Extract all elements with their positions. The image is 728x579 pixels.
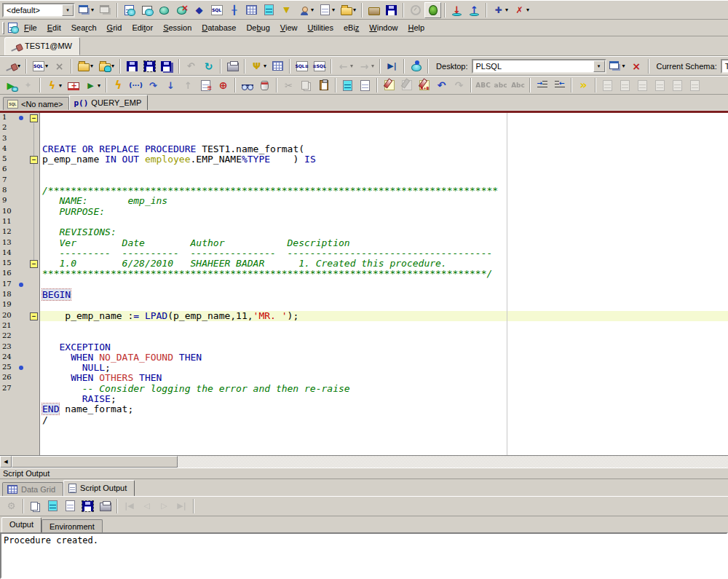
delete-desktop-icon[interactable]: × <box>628 58 645 74</box>
gutter-line-7[interactable]: 7 <box>0 176 39 186</box>
editor-tab-noname[interactable]: SQL<No name> <box>3 97 69 110</box>
executable-line-marker[interactable] <box>19 366 23 370</box>
output-pane[interactable]: Procedure created. <box>0 532 728 579</box>
change-connection-icon[interactable]: ▾ <box>2 58 23 74</box>
indent-icon[interactable] <box>534 77 550 93</box>
load-from-db-icon[interactable]: ▾ <box>96 58 116 74</box>
check-out-icon[interactable]: ↑ <box>466 2 483 18</box>
debugger-icon[interactable] <box>424 2 441 18</box>
gutter-line-4[interactable]: 4 <box>0 144 39 154</box>
set-parameters-icon[interactable]: (···) <box>127 77 144 93</box>
save-all-icon[interactable] <box>159 58 175 74</box>
gutter-line-22[interactable]: 22 <box>0 331 39 342</box>
gutter-line-13[interactable]: 13 <box>0 238 39 248</box>
describe-objects-icon[interactable] <box>261 2 277 18</box>
outdent-icon[interactable] <box>551 77 568 93</box>
scrollbar-thumb[interactable] <box>12 456 178 468</box>
executable-line-marker[interactable] <box>19 283 23 287</box>
next-bookmark-icon[interactable]: » <box>575 77 592 93</box>
code-area[interactable]: CREATE OR REPLACE PROCEDURE TEST1.name_f… <box>40 113 728 455</box>
desktop-combo-dropdown-button[interactable]: ▾ <box>593 60 605 72</box>
user-browser-icon[interactable]: ▾ <box>296 2 316 18</box>
new-connection-icon[interactable] <box>156 2 173 18</box>
menu-utilities[interactable]: Utilities <box>302 21 338 34</box>
print-icon[interactable] <box>224 58 241 74</box>
gutter-line-1[interactable]: 1− <box>0 113 39 123</box>
connection-tab[interactable]: TEST1@MW <box>4 37 80 55</box>
editor-tab-queryemp[interactable]: p()QUERY_EMP <box>69 95 148 110</box>
sql-monitor-icon[interactable]: SQL <box>208 2 225 18</box>
editor-to-sql-icon[interactable]: ≡SQL <box>311 58 328 74</box>
menu-window[interactable]: Window <box>364 21 403 34</box>
menu-file[interactable]: File <box>19 21 42 34</box>
watches-icon[interactable] <box>239 77 256 93</box>
save-desktop-icon[interactable]: ▾ <box>607 58 628 74</box>
desktop-windows-icon[interactable]: ▾ <box>76 2 96 18</box>
window-bar-combo-dropdown-button[interactable]: ▾ <box>62 4 74 16</box>
gutter-line-18[interactable]: 18 <box>0 290 39 300</box>
gutter-line-12[interactable]: 12 <box>0 227 39 237</box>
gutter-line-27[interactable]: 27 <box>0 384 39 394</box>
script-manager-icon[interactable]: ▾ <box>317 2 337 18</box>
check-in-icon[interactable]: ↓ <box>448 2 465 18</box>
result-tab-script-output[interactable]: Script Output <box>63 480 135 496</box>
end-connection-icon[interactable] <box>173 2 190 18</box>
menu-editor[interactable]: Editor <box>127 21 158 34</box>
schema-combo[interactable]: TEST1▾ <box>721 59 728 74</box>
app-designer-icon[interactable] <box>365 2 382 18</box>
clear-output-icon[interactable] <box>62 498 79 514</box>
fold-toggle[interactable]: − <box>30 156 38 164</box>
menu-debug[interactable]: Debug <box>241 21 274 34</box>
script-output-header[interactable]: Script Output <box>0 468 728 479</box>
add-watch-icon[interactable]: ⊕ <box>215 77 232 93</box>
print-output-icon[interactable] <box>97 498 114 514</box>
swap-highlight-icon[interactable] <box>416 77 432 93</box>
gutter-line-6[interactable]: 6 <box>0 165 39 175</box>
project-manager-icon[interactable]: ▾ <box>338 2 358 18</box>
fold-toggle[interactable]: − <box>30 312 38 320</box>
menu-edit[interactable]: Edit <box>42 21 66 34</box>
undo-icon[interactable]: ↶ <box>433 77 450 93</box>
gutter-line-8[interactable]: 8 <box>0 186 39 196</box>
fold-toggle[interactable]: − <box>30 114 38 122</box>
filter-icon[interactable]: ▼ <box>278 2 295 18</box>
editor-gutter[interactable]: 1−2345−6789101112131415−1617181920−21222… <box>0 113 40 455</box>
menu-view[interactable]: View <box>275 21 303 34</box>
gutter-line-2[interactable]: 2 <box>0 123 39 133</box>
code-analysis-icon[interactable]: Ψ▾ <box>248 58 269 74</box>
gutter-line-5[interactable]: 5− <box>0 154 39 165</box>
new-doc-icon[interactable] <box>357 77 373 93</box>
er-diagram-icon[interactable]: ╂ <box>226 2 242 18</box>
paste-icon[interactable] <box>315 77 332 93</box>
fold-toggle[interactable]: − <box>30 260 38 268</box>
gutter-line-21[interactable]: 21 <box>0 321 39 331</box>
window-bar-combo[interactable]: <default>▾ <box>2 3 75 17</box>
current-statement-icon[interactable] <box>408 58 424 74</box>
explain-plan-icon[interactable]: ▶▾ <box>82 77 103 93</box>
output-tab-environment[interactable]: Environment <box>41 519 103 532</box>
debug-ambulance-icon[interactable] <box>65 77 82 93</box>
gutter-line-14[interactable]: 14 <box>0 248 39 259</box>
sql-to-editor-icon[interactable]: SQL≡ <box>293 58 310 74</box>
open-file-icon[interactable]: ▾ <box>75 58 95 74</box>
copy-output-icon[interactable] <box>27 498 44 514</box>
gutter-line-19[interactable]: 19 <box>0 300 39 310</box>
result-grid-icon[interactable] <box>269 58 286 74</box>
compile-icon[interactable]: ϟ <box>110 77 127 93</box>
add-action-icon[interactable]: ✚▾ <box>490 2 510 18</box>
clear-watches-icon[interactable] <box>256 77 273 93</box>
menu-ebiz[interactable]: eBiz <box>339 21 364 34</box>
executable-line-marker[interactable] <box>19 116 23 120</box>
save-to-db-icon[interactable] <box>383 2 400 18</box>
save-icon[interactable] <box>124 58 141 74</box>
new-document-icon[interactable] <box>121 2 138 18</box>
remove-action-icon[interactable]: ✗▾ <box>511 2 531 18</box>
format-code-icon[interactable] <box>339 77 356 93</box>
gutter-line-16[interactable]: 16 <box>0 269 39 279</box>
toolbar-grip[interactable] <box>2 22 4 34</box>
object-palette-icon[interactable] <box>243 2 260 18</box>
format-output-icon[interactable] <box>44 498 61 514</box>
run-to-cursor-icon[interactable]: ▶| <box>384 58 400 74</box>
refresh-db-icon[interactable]: ↻ <box>200 58 217 74</box>
menu-grid[interactable]: Grid <box>102 21 127 34</box>
